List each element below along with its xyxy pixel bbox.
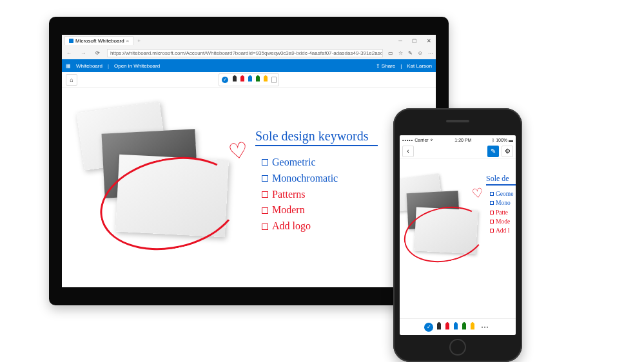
ios-status-bar: ••••• Carrier ᯤ 1:20 PM ᛒ 100% ▬ <box>400 135 516 144</box>
window-minimize-button[interactable]: ─ <box>393 35 407 46</box>
browser-tab-title: Microsoft Whiteboard <box>75 38 124 44</box>
window-close-button[interactable]: ✕ <box>422 35 436 46</box>
battery-label: 100% <box>496 138 507 142</box>
ink-heart-annotation[interactable]: ♡ <box>226 137 249 165</box>
forward-button[interactable]: → <box>79 50 88 56</box>
pen-blue[interactable] <box>248 75 253 84</box>
list-item: Modern <box>272 202 305 218</box>
carrier-label: Carrier <box>415 138 428 142</box>
eraser-tool[interactable] <box>271 75 276 84</box>
whiteboard-toolbar: ⌂ ✓ <box>62 72 436 88</box>
pen-tray: ✓ <box>219 73 279 86</box>
settings-button[interactable]: ⚙ <box>502 146 513 157</box>
list-item: Add logo <box>272 218 311 234</box>
cursor-tool[interactable]: ✓ <box>222 77 228 83</box>
app-launcher-icon[interactable]: ▦ <box>66 63 71 69</box>
url-input[interactable]: https://whiteboard.microsoft.com/Account… <box>107 49 383 57</box>
open-in-app-link[interactable]: Open in Whiteboard <box>114 63 160 69</box>
phone-pen-tray: ✓ ⋯ <box>400 318 516 335</box>
browser-address-bar: ← → ⟳ https://whiteboard.microsoft.com/A… <box>62 46 436 59</box>
back-button[interactable]: ‹ <box>402 146 414 157</box>
list-item: Mode <box>496 217 510 226</box>
phone-toolbar: ‹ ✎ ⚙ <box>400 144 516 158</box>
pen-black[interactable] <box>232 75 237 84</box>
wifi-icon: ᯤ <box>430 138 434 142</box>
refresh-button[interactable]: ⟳ <box>93 50 102 56</box>
browser-tab[interactable]: Microsoft Whiteboard × <box>64 36 133 45</box>
cursor-tool[interactable]: ✓ <box>424 323 433 332</box>
tablet-device: Microsoft Whiteboard × + ─ ▢ ✕ ← → ⟳ htt… <box>49 17 449 305</box>
ink-checklist[interactable]: Geome Mono Patte Mode Add l <box>490 189 513 235</box>
whiteboard-favicon <box>69 39 73 43</box>
list-item: Monochromatic <box>272 171 338 187</box>
pen-yellow[interactable] <box>470 322 475 332</box>
share-icon[interactable]: ☺ <box>418 50 423 56</box>
pen-tool-button[interactable]: ✎ <box>487 146 499 157</box>
window-titlebar: Microsoft Whiteboard × + ─ ▢ ✕ <box>62 35 436 46</box>
user-name-label[interactable]: Kat Larson <box>407 63 432 69</box>
pen-green[interactable] <box>462 322 467 332</box>
whiteboard-canvas[interactable]: ♡ Sole design keywords Geometric Monochr… <box>62 88 436 287</box>
signal-icon: ••••• <box>402 138 413 142</box>
notes-icon[interactable]: ✎ <box>408 50 413 56</box>
home-button[interactable]: ⌂ <box>66 74 77 86</box>
ink-title[interactable]: Sole de <box>486 174 516 186</box>
pen-green[interactable] <box>255 75 260 84</box>
pen-blue[interactable] <box>453 322 458 332</box>
close-tab-icon[interactable]: × <box>126 38 130 44</box>
phone-device: ••••• Carrier ᯤ 1:20 PM ᛒ 100% ▬ ‹ ✎ ⚙ ♡… <box>393 108 522 362</box>
new-tab-button[interactable]: + <box>137 38 141 44</box>
whiteboard-header: ▦ Whiteboard | Open in Whiteboard ⇪ Shar… <box>62 59 436 72</box>
pen-red[interactable] <box>445 322 450 332</box>
phone-canvas[interactable]: ♡ Sole de Geome Mono Patte Mode Add l <box>400 158 516 318</box>
reading-view-icon[interactable]: ▭ <box>388 50 393 56</box>
list-item: Mono <box>496 198 511 207</box>
pen-red[interactable] <box>240 75 245 84</box>
favorites-icon[interactable]: ☆ <box>398 50 403 56</box>
window-maximize-button[interactable]: ▢ <box>407 35 422 46</box>
clock-label: 1:20 PM <box>454 138 471 142</box>
pen-black[interactable] <box>436 322 442 332</box>
more-tools-button[interactable]: ⋯ <box>478 323 491 332</box>
pen-yellow[interactable] <box>263 75 268 84</box>
app-name-label: Whiteboard <box>76 63 102 69</box>
list-item: Patte <box>496 208 508 217</box>
bluetooth-icon: ᛒ <box>492 138 494 142</box>
phone-speaker <box>446 120 469 122</box>
list-item: Add l <box>496 226 509 235</box>
list-item: Geometric <box>272 155 316 171</box>
list-item: Geome <box>496 189 513 198</box>
phone-home-button[interactable] <box>449 339 466 356</box>
ink-heart-annotation[interactable]: ♡ <box>471 185 484 202</box>
phone-screen: ••••• Carrier ᯤ 1:20 PM ᛒ 100% ▬ ‹ ✎ ⚙ ♡… <box>400 135 516 335</box>
more-icon[interactable]: ⋯ <box>428 50 433 56</box>
ink-checklist[interactable]: Geometric Monochromatic Patterns Modern … <box>262 155 338 234</box>
back-button[interactable]: ← <box>64 50 73 56</box>
list-item: Patterns <box>272 187 306 203</box>
ink-title[interactable]: Sole design keywords <box>255 129 378 146</box>
tablet-screen: Microsoft Whiteboard × + ─ ▢ ✕ ← → ⟳ htt… <box>62 35 436 287</box>
share-button[interactable]: ⇪ Share <box>376 63 396 69</box>
